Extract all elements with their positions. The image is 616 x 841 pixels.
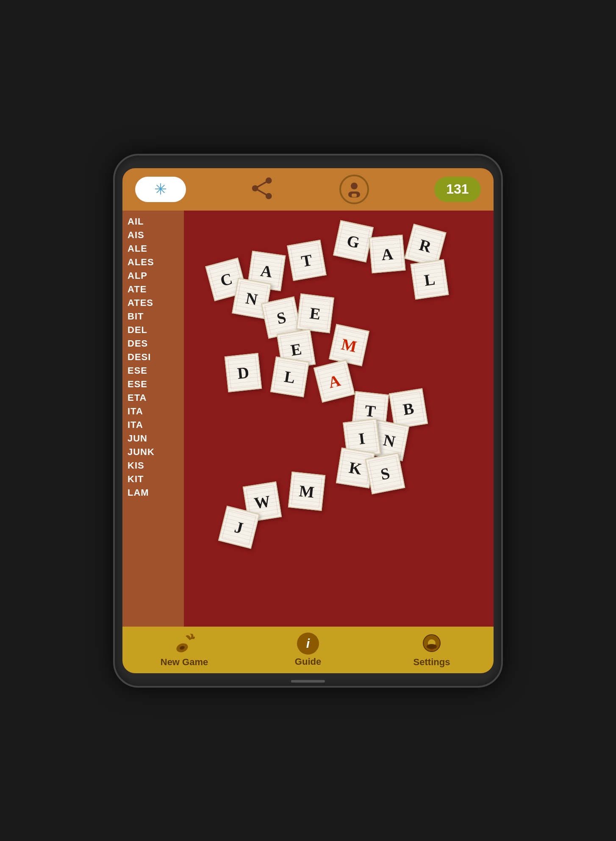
word-item: ATES xyxy=(126,296,180,310)
letter-tile[interactable]: A xyxy=(314,359,355,402)
letter-tile[interactable]: J xyxy=(218,505,260,549)
word-list: AILAISALEALESALPATEATESBITDELDESDESIESEE… xyxy=(122,211,184,627)
settings-icon xyxy=(420,632,444,655)
word-item: ALES xyxy=(126,255,180,269)
settings-button[interactable]: Settings xyxy=(394,632,470,668)
word-item: ITA xyxy=(126,418,180,432)
score-badge: 131 xyxy=(434,177,481,202)
letter-tile[interactable]: M xyxy=(288,472,325,511)
device-frame: ✳ 131 xyxy=(113,154,503,688)
svg-point-5 xyxy=(351,183,358,189)
snowflake-icon: ✳ xyxy=(154,180,167,198)
settings-label: Settings xyxy=(413,657,450,668)
svg-point-2 xyxy=(252,185,258,192)
guide-button[interactable]: i Guide xyxy=(270,633,346,667)
guide-icon: i xyxy=(297,633,319,655)
letter-tile[interactable]: T xyxy=(287,239,327,281)
profile-button[interactable] xyxy=(339,175,369,204)
game-board[interactable]: CATGARLNSEEMDLATBNIKSMWJ xyxy=(184,211,494,627)
word-item: LAM xyxy=(126,486,180,500)
word-item: KIS xyxy=(126,459,180,472)
svg-line-4 xyxy=(255,189,269,196)
word-item: ALP xyxy=(126,269,180,283)
letter-tile[interactable]: D xyxy=(225,353,262,392)
person-icon xyxy=(346,181,363,198)
svg-line-3 xyxy=(255,180,269,188)
word-item: ESE xyxy=(126,377,180,391)
share-button[interactable] xyxy=(251,177,275,202)
word-item: DEL xyxy=(126,323,180,337)
home-indicator xyxy=(291,680,325,683)
main-area: AILAISALEALESALPATEATESBITDELDESDESIESEE… xyxy=(122,211,494,627)
word-item: ESE xyxy=(126,364,180,377)
letter-tile[interactable]: L xyxy=(270,356,309,397)
word-item: BIT xyxy=(126,310,180,323)
word-item: JUNK xyxy=(126,445,180,459)
new-game-icon xyxy=(173,632,196,655)
word-item: ITA xyxy=(126,405,180,418)
word-item: DESI xyxy=(126,350,180,364)
svg-rect-7 xyxy=(352,194,357,197)
letter-tile[interactable]: L xyxy=(410,259,449,299)
share-icon xyxy=(251,177,275,200)
word-item: ALE xyxy=(126,242,180,255)
letter-tile[interactable]: E xyxy=(296,293,334,333)
letter-tile[interactable]: S xyxy=(365,452,405,494)
word-item: ETA xyxy=(126,391,180,405)
snowflake-button[interactable]: ✳ xyxy=(135,177,186,202)
letter-tile[interactable]: G xyxy=(333,220,374,262)
letter-tile[interactable]: A xyxy=(369,234,405,273)
top-bar: ✳ 131 xyxy=(122,168,494,211)
new-game-button[interactable]: New Game xyxy=(146,632,222,668)
bottom-bar: New Game i Guide Settings xyxy=(122,627,494,673)
word-item: KIT xyxy=(126,472,180,486)
letter-tile[interactable]: M xyxy=(329,324,369,366)
score-value: 131 xyxy=(446,181,469,197)
word-item: AIL xyxy=(126,215,180,228)
word-item: JUN xyxy=(126,432,180,445)
word-item: ATE xyxy=(126,283,180,296)
device-screen: ✳ 131 xyxy=(122,168,494,673)
new-game-label: New Game xyxy=(161,657,208,668)
word-item: DES xyxy=(126,337,180,350)
svg-point-12 xyxy=(427,644,437,649)
guide-label: Guide xyxy=(295,656,321,667)
word-item: AIS xyxy=(126,228,180,242)
